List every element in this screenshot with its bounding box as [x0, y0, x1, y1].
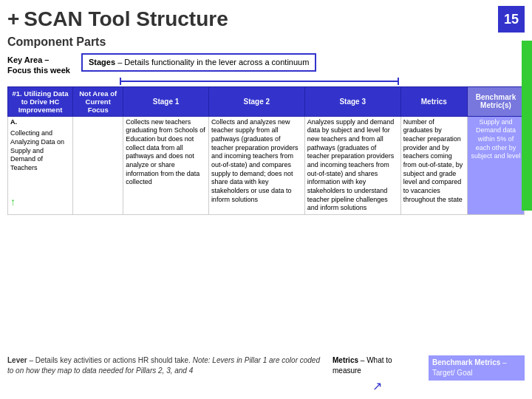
table-row: A. Collecting and Analyzing Data on Supp… — [8, 116, 525, 215]
row-key-area: A. Collecting and Analyzing Data on Supp… — [8, 116, 73, 215]
green-sidebar — [522, 41, 532, 211]
main-table: #1. Utilizing Datato Drive HCImprovement… — [7, 86, 525, 352]
header: + SCAN Tool Structure 15 — [7, 6, 525, 33]
col-header-stage3: Stage 3 — [304, 86, 400, 116]
component-parts-label: Component Parts — [7, 35, 525, 49]
row-metrics: Number of graduates by teacher preparati… — [400, 116, 467, 215]
row-not-area — [73, 116, 123, 215]
col-header-benchmark: BenchmarkMetric(s) — [467, 86, 524, 116]
plus-icon: + — [7, 7, 19, 31]
stages-note: Stages – Details functionality in the le… — [81, 53, 316, 72]
col-header-stage1: Stage 1 — [123, 86, 209, 116]
bottom-section: Lever – Details key activities or action… — [7, 355, 525, 395]
table-header-row: #1. Utilizing Datato Drive HCImprovement… — [8, 86, 525, 116]
col-header-stage2: Stage 2 — [208, 86, 304, 116]
benchmark-description: Benchmark Metrics – Target/ Goal — [429, 355, 525, 381]
col-header-key: #1. Utilizing Datato Drive HCImprovement — [8, 86, 73, 116]
page-title: SCAN Tool Structure — [24, 7, 498, 31]
row-stage3: Analyzes supply and demand data by subje… — [304, 116, 400, 215]
row-benchmark: Supply and Demand data within 5% of each… — [467, 116, 524, 215]
col-header-metrics: Metrics — [400, 86, 467, 116]
key-area-label: Key Area – Focus this week — [7, 55, 74, 76]
page-number: 15 — [498, 6, 525, 33]
metrics-description: Metrics – What to measure ↗ — [332, 355, 421, 395]
lever-description: Lever – Details key activities or action… — [7, 355, 325, 376]
row-stage1: Collects new teachers graduating from Sc… — [123, 116, 209, 215]
row-stage2: Collects and analyzes new teacher supply… — [208, 116, 304, 215]
col-header-not-area: Not Area ofCurrentFocus — [73, 86, 123, 116]
